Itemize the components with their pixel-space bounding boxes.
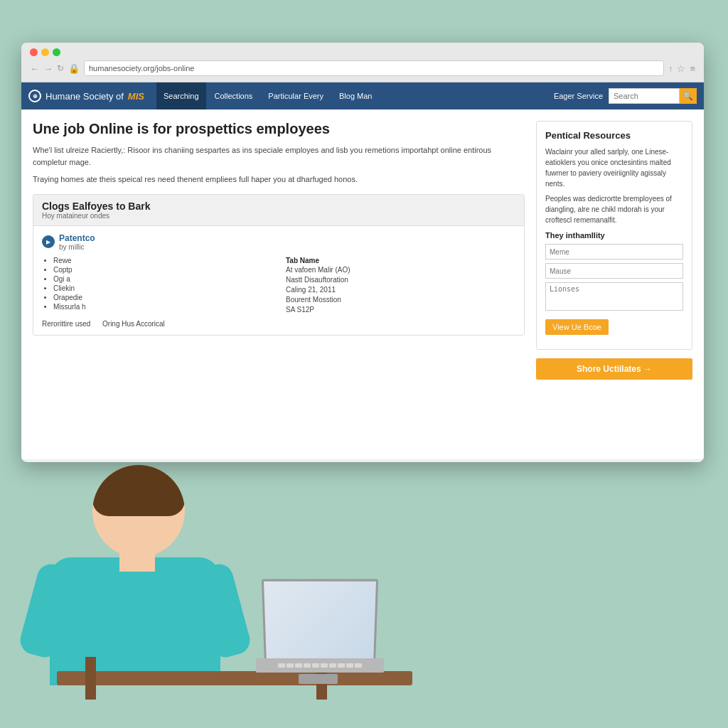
site-logo: ⊕ Humane Society of MIS: [28, 90, 156, 102]
key: [321, 663, 328, 668]
browser-toolbar: ← → ↻ 🔒 humanesociety.org/jobs-online ↑ …: [30, 60, 695, 76]
website-content: ⊕ Humane Society of MIS Searching Collec…: [21, 82, 704, 459]
navigation-bar: ⊕ Humane Society of MIS Searching Collec…: [21, 82, 704, 109]
job-listing-title: Clogs Ealfoyes to Bark: [42, 200, 515, 212]
job-listing-body: ▶ Patentco by millic Rewe Coptp: [33, 226, 524, 335]
job-listing-box: Clogs Ealfoyes to Bark Hoy mataineur ond…: [33, 194, 525, 336]
key: [355, 663, 362, 668]
form-field-2[interactable]: [545, 263, 683, 279]
search-input[interactable]: [609, 88, 680, 104]
detail-label: Tab Name: [286, 257, 515, 264]
nav-links: Searching Collections Particular Every B…: [156, 82, 554, 109]
address-bar[interactable]: humanesociety.org/jobs-online: [84, 60, 664, 76]
person-body: [50, 557, 220, 685]
key: [346, 663, 353, 668]
laptop-touchpad: [299, 674, 338, 684]
nav-extra-link[interactable]: Eager Service: [554, 92, 603, 100]
bullet-5: Orapedie: [53, 294, 272, 301]
lock-icon: 🔒: [68, 63, 80, 74]
key: [278, 663, 285, 668]
bullet-3: Ogi a: [53, 275, 272, 283]
form-field-1[interactable]: [545, 244, 683, 259]
bullet-1: Rewe: [53, 257, 272, 264]
key: [287, 663, 294, 668]
window-controls: [30, 48, 695, 56]
job-item-header: ▶ Patentco by millic: [42, 233, 515, 251]
logo-icon: ⊕: [28, 90, 41, 102]
browser-window: ← → ↻ 🔒 humanesociety.org/jobs-online ↑ …: [21, 43, 704, 462]
person-head: [92, 465, 185, 557]
minimize-button[interactable]: [41, 48, 49, 56]
form-title: They inthamllity: [545, 231, 683, 240]
nav-link-particular[interactable]: Particular Every: [261, 82, 331, 109]
resources-text-1: Waclainr your alled sarlply, one Linese-…: [545, 146, 683, 189]
back-button[interactable]: ←: [30, 63, 39, 74]
job-extra: Rerorittire used Oring Hus Accorical: [42, 320, 515, 328]
refresh-button[interactable]: ↻: [57, 63, 64, 73]
page-title: Une job Online is for prospettics employ…: [33, 121, 525, 137]
view-button[interactable]: View Ue Bcoe: [545, 319, 609, 335]
job-name-sub: by millic: [59, 243, 95, 251]
job-details: Tab Name At vafoen Malir (AO) Nastt Disa…: [286, 257, 515, 316]
left-column: Une job Online is for prospettics employ…: [33, 121, 525, 448]
search-button[interactable]: 🔍: [680, 88, 697, 104]
nav-link-searching[interactable]: Searching: [156, 82, 206, 109]
detail-row-1: At vafoen Malir (AO): [286, 266, 515, 274]
detail-row-2: Nastt Disauftoration: [286, 276, 515, 284]
desk-surface: [57, 671, 412, 685]
bullet-2: Coptp: [53, 266, 272, 274]
resources-card: Pentical Resources Waclainr your alled s…: [536, 121, 692, 350]
right-sidebar: Pentical Resources Waclainr your alled s…: [536, 121, 692, 448]
key: [338, 663, 345, 668]
resources-text-2: Peoples was dedicrortte bremployees of d…: [545, 193, 683, 225]
bullet-6: Missurla h: [53, 303, 272, 311]
laptop-screen-display: [264, 582, 376, 663]
laptop-keyboard: [256, 658, 384, 673]
share-icon[interactable]: ↑: [668, 63, 673, 74]
form-field-3[interactable]: [545, 282, 683, 311]
play-icon: ▶: [42, 235, 55, 248]
search-box: 🔍: [609, 88, 697, 104]
maximize-button[interactable]: [53, 48, 60, 56]
forward-button[interactable]: →: [43, 63, 53, 74]
close-button[interactable]: [30, 48, 38, 56]
desk-leg-left: [85, 657, 96, 700]
job-two-columns: Rewe Coptp Ogi a Cliekin Orapedie Missur…: [42, 257, 515, 316]
browser-chrome: ← → ↻ 🔒 humanesociety.org/jobs-online ↑ …: [21, 43, 704, 82]
logo-text-prefix: Humane Society of: [46, 91, 124, 102]
detail-row-3: Caling 21, 2011: [286, 286, 515, 294]
job-listing-header: Clogs Ealfoyes to Bark Hoy mataineur ond…: [33, 195, 524, 226]
key: [295, 663, 302, 668]
laptop-screen: [262, 579, 378, 665]
nav-link-collections[interactable]: Collections: [208, 82, 260, 109]
nav-right: Eager Service 🔍: [554, 88, 697, 104]
logo-text-suffix: MIS: [128, 91, 144, 102]
job-name[interactable]: Patentco: [59, 233, 95, 243]
main-content: Une job Online is for prospettics employ…: [21, 109, 704, 459]
key: [304, 663, 311, 668]
resources-title: Pentical Resources: [545, 130, 683, 141]
key: [312, 663, 319, 668]
page-description-1: Whe'l list ulreize Raciertly,: Risoor in…: [33, 144, 525, 168]
menu-icon[interactable]: ≡: [690, 63, 695, 74]
key: [329, 663, 336, 668]
bookmark-icon[interactable]: ☆: [677, 63, 685, 74]
person-hair: [92, 465, 185, 516]
share-button[interactable]: Shore Uctiilates →: [536, 358, 692, 380]
nav-link-blog[interactable]: Blog Man: [332, 82, 379, 109]
job-listing-subtitle: Hoy mataineur ondes: [42, 212, 515, 220]
bullet-4: Cliekin: [53, 284, 272, 292]
page-description-2: Traying homes ate theis speical res need…: [33, 173, 525, 186]
job-bullets: Rewe Coptp Ogi a Cliekin Orapedie Missur…: [42, 257, 272, 316]
detail-row-5: SA S12P: [286, 306, 515, 314]
detail-row-4: Bourent Mosstion: [286, 296, 515, 304]
